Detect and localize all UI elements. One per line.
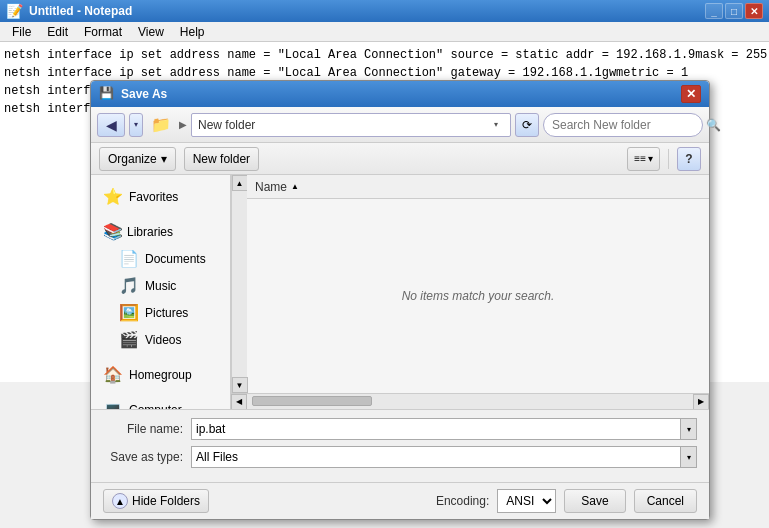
notepad-close-button[interactable]: ✕ <box>745 3 763 19</box>
libraries-section: 📚 Libraries 📄 Documents 🎵 Music 🖼️ Pictu… <box>91 218 230 353</box>
organize-label: Organize <box>108 152 157 166</box>
filename-row: File name: ▾ <box>103 418 697 440</box>
dialog-titlebar: 💾 Save As ✕ <box>91 81 709 107</box>
savetype-label: Save as type: <box>103 450 183 464</box>
savetype-row: Save as type: ▾ <box>103 446 697 468</box>
path-text: New folder <box>198 118 255 132</box>
scroll-left-arrow[interactable]: ◀ <box>231 394 247 410</box>
folder-icon: 📁 <box>151 115 171 134</box>
cancel-button[interactable]: Cancel <box>634 489 697 513</box>
notepad-minimize-button[interactable]: _ <box>705 3 723 19</box>
documents-label: Documents <box>145 252 206 266</box>
scroll-right-arrow[interactable]: ▶ <box>693 394 709 410</box>
filename-label: File name: <box>103 422 183 436</box>
menu-file[interactable]: File <box>4 23 39 41</box>
views-icon: ≡≡ <box>634 153 646 164</box>
search-box[interactable]: 🔍 <box>543 113 703 137</box>
notepad-line-1: netsh interface ip set address name = "L… <box>4 46 765 64</box>
videos-label: Videos <box>145 333 181 347</box>
cancel-label: Cancel <box>647 494 684 508</box>
dialog-title: Save As <box>121 87 681 101</box>
name-column-header: Name <box>255 180 287 194</box>
left-sidebar: ⭐ Favorites 📚 Libraries 📄 Documents 🎵 Mu… <box>91 175 231 409</box>
pictures-icon: 🖼️ <box>119 303 139 322</box>
music-icon: 🎵 <box>119 276 139 295</box>
libraries-icon: 📚 <box>103 222 123 241</box>
scrollbar-track[interactable] <box>232 191 247 377</box>
empty-message: No items match your search. <box>247 199 709 393</box>
dialog-icon: 💾 <box>99 86 115 102</box>
computer-icon: 💻 <box>103 400 123 409</box>
organize-button[interactable]: Organize ▾ <box>99 147 176 171</box>
savetype-dropdown-button[interactable]: ▾ <box>681 446 697 468</box>
search-icon: 🔍 <box>706 118 721 132</box>
bottom-form: File name: ▾ Save as type: ▾ <box>91 409 709 482</box>
scroll-track[interactable] <box>247 394 693 409</box>
path-box[interactable]: New folder ▾ <box>191 113 511 137</box>
views-dropdown-icon: ▾ <box>648 153 653 164</box>
filename-dropdown-button[interactable]: ▾ <box>681 418 697 440</box>
savetype-input[interactable] <box>191 446 681 468</box>
sidebar-item-music[interactable]: 🎵 Music <box>91 272 230 299</box>
save-label: Save <box>581 494 608 508</box>
hide-folders-button[interactable]: ▲ Hide Folders <box>103 489 209 513</box>
path-dropdown-arrow[interactable]: ▾ <box>488 120 504 129</box>
empty-message-text: No items match your search. <box>402 289 555 303</box>
notepad-maximize-button[interactable]: □ <box>725 3 743 19</box>
sidebar-item-documents[interactable]: 📄 Documents <box>91 245 230 272</box>
notepad-titlebar: 📝 Untitled - Notepad _ □ ✕ <box>0 0 769 22</box>
notepad-icon: 📝 <box>6 3 23 19</box>
bottom-bar: ▲ Hide Folders Encoding: ANSI Save Cance… <box>91 482 709 519</box>
favorites-section: ⭐ Favorites <box>91 183 230 210</box>
breadcrumb-arrow: ▶ <box>179 119 187 130</box>
new-folder-button[interactable]: New folder <box>184 147 259 171</box>
notepad-menubar: File Edit Format View Help <box>0 22 769 42</box>
scrollbar-down-arrow[interactable]: ▼ <box>232 377 248 393</box>
sidebar-item-computer[interactable]: 💻 Computer <box>91 396 230 409</box>
file-list-header[interactable]: Name ▲ <box>247 175 709 199</box>
scroll-area: ▲ ▼ Name ▲ No items match your search. <box>231 175 709 393</box>
toolbar-separator <box>668 149 669 169</box>
new-folder-label: New folder <box>193 152 250 166</box>
scrollbar-up-arrow[interactable]: ▲ <box>232 175 248 191</box>
notepad-window-buttons: _ □ ✕ <box>705 3 763 19</box>
sidebar-item-homegroup[interactable]: 🏠 Homegroup <box>91 361 230 388</box>
menu-format[interactable]: Format <box>76 23 130 41</box>
dialog-close-button[interactable]: ✕ <box>681 85 701 103</box>
filename-input[interactable] <box>191 418 681 440</box>
computer-section: 💻 Computer <box>91 396 230 409</box>
help-button[interactable]: ? <box>677 147 701 171</box>
homegroup-icon: 🏠 <box>103 365 123 384</box>
favorites-label: Favorites <box>129 190 178 204</box>
encoding-select[interactable]: ANSI <box>497 489 556 513</box>
menu-edit[interactable]: Edit <box>39 23 76 41</box>
filename-input-wrapper: ▾ <box>191 418 697 440</box>
favorites-icon: ⭐ <box>103 187 123 206</box>
hide-folders-label: Hide Folders <box>132 494 200 508</box>
nav-back-dropdown[interactable]: ▾ <box>129 113 143 137</box>
sidebar-item-libraries[interactable]: 📚 Libraries <box>91 218 230 245</box>
views-button[interactable]: ≡≡ ▾ <box>627 147 660 171</box>
help-icon: ? <box>685 152 692 166</box>
encoding-label: Encoding: <box>436 494 489 508</box>
menu-view[interactable]: View <box>130 23 172 41</box>
sidebar-item-favorites[interactable]: ⭐ Favorites <box>91 183 230 210</box>
homegroup-label: Homegroup <box>129 368 192 382</box>
save-as-dialog: 💾 Save As ✕ ◀ ▾ 📁 ▶ New folder ▾ ⟳ 🔍 Org… <box>90 80 710 520</box>
sort-arrow: ▲ <box>291 182 299 191</box>
dialog-toolbar: Organize ▾ New folder ≡≡ ▾ ? <box>91 143 709 175</box>
sidebar-item-videos[interactable]: 🎬 Videos <box>91 326 230 353</box>
music-label: Music <box>145 279 176 293</box>
refresh-button[interactable]: ⟳ <box>515 113 539 137</box>
right-panel: ▲ ▼ Name ▲ No items match your search. <box>231 175 709 409</box>
documents-icon: 📄 <box>119 249 139 268</box>
homegroup-section: 🏠 Homegroup <box>91 361 230 388</box>
vertical-scrollbar[interactable]: ▲ ▼ <box>231 175 247 393</box>
back-button[interactable]: ◀ <box>97 113 125 137</box>
scroll-thumb[interactable] <box>252 396 372 406</box>
menu-help[interactable]: Help <box>172 23 213 41</box>
sidebar-item-pictures[interactable]: 🖼️ Pictures <box>91 299 230 326</box>
horizontal-scrollbar[interactable]: ◀ ▶ <box>231 393 709 409</box>
save-button[interactable]: Save <box>564 489 625 513</box>
search-input[interactable] <box>552 118 702 132</box>
